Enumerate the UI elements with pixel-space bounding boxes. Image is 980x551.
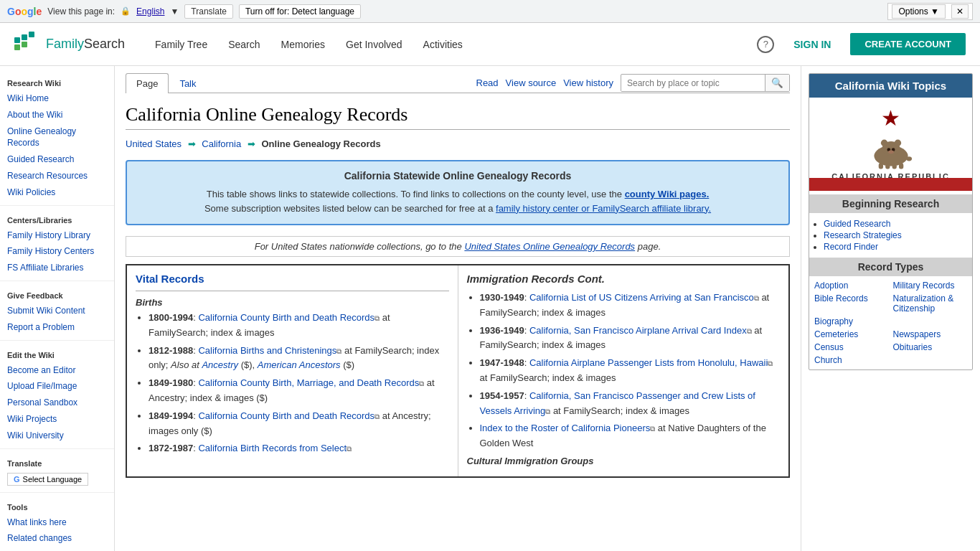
sidebar-family-history-centers[interactable]: Family History Centers (0, 243, 114, 260)
tab-view-source[interactable]: View source (506, 77, 557, 88)
tab-page[interactable]: Page (126, 73, 169, 93)
record-link[interactable]: California Birth Records from Select (198, 443, 352, 453)
select-language-button[interactable]: G Select Language (7, 473, 88, 486)
obituaries-link[interactable]: Obituaries (892, 342, 969, 353)
svg-rect-1 (22, 34, 27, 40)
sidebar-report-problem[interactable]: Report a Problem (0, 319, 114, 336)
logo-text: FamilySearch (46, 37, 125, 52)
wiki-search-button[interactable]: 🔍 (765, 75, 789, 91)
sign-in-button[interactable]: SIGN IN (785, 34, 839, 55)
church-link[interactable]: Church (813, 354, 890, 366)
adoption-link[interactable]: Adoption (813, 280, 890, 291)
nav-search[interactable]: Search (220, 34, 268, 55)
list-item: 1954-1957: California, San Francisco Pas… (480, 389, 781, 419)
record-link[interactable]: Index to the Roster of California Pionee… (480, 423, 656, 433)
breadcrumb-california[interactable]: California (202, 138, 241, 149)
record-link[interactable]: California Airplane Passenger Lists from… (529, 357, 773, 368)
tab-talk[interactable]: Talk (169, 73, 207, 93)
svg-point-11 (888, 151, 894, 154)
nav-activities[interactable]: Activities (415, 34, 471, 55)
close-translate-button[interactable]: ✕ (951, 4, 969, 19)
births-list: 1800-1994: California County Birth and D… (136, 311, 449, 456)
record-link[interactable]: California County Birth and Death Record… (198, 312, 380, 323)
sidebar-submit-wiki[interactable]: Submit Wiki Content (0, 303, 114, 319)
records-table: Vital Records Births 1800-1994: Californ… (126, 264, 790, 478)
tab-read[interactable]: Read (476, 77, 499, 88)
nav-family-tree[interactable]: Family Tree (146, 34, 216, 55)
nationwide-note: For United States nationwide collections… (126, 236, 790, 257)
military-records-link[interactable]: Military Records (892, 280, 969, 291)
header-right: ? SIGN IN CREATE ACCOUNT (757, 33, 966, 55)
us-link[interactable]: United States Online Genealogy Records (464, 241, 635, 252)
record-link[interactable]: California County Birth, Marriage, and D… (198, 377, 424, 388)
list-item: 1812-1988: California Births and Christe… (149, 344, 449, 374)
immigration-records-cell: Immigration Records Cont. 1930-1949: Cal… (458, 265, 789, 477)
list-item: 1849-1980: California County Birth, Marr… (149, 376, 449, 406)
ancestry-link[interactable]: Ancestry (202, 359, 238, 370)
nav-memories[interactable]: Memories (273, 34, 334, 55)
sidebar-related-changes[interactable]: Related changes (0, 530, 114, 547)
research-strategies-link[interactable]: Research Strategies (824, 230, 902, 240)
biography-link[interactable]: Biography (813, 316, 890, 327)
left-sidebar: Research Wiki Wiki Home About the Wiki O… (0, 66, 115, 551)
sidebar-research-resources[interactable]: Research Resources (0, 168, 114, 184)
tab-view-history[interactable]: View history (563, 77, 613, 88)
cemeteries-link[interactable]: Cemeteries (813, 329, 890, 340)
record-finder-link[interactable]: Record Finder (824, 242, 878, 252)
wiki-search-input[interactable] (621, 75, 765, 91)
sidebar-wiki-university[interactable]: Wiki University (0, 428, 114, 444)
births-subtitle: Births (136, 297, 449, 308)
create-account-button[interactable]: CREATE ACCOUNT (850, 33, 966, 55)
sidebar-divider-5 (0, 492, 114, 493)
flag-content: ★ (809, 98, 972, 191)
flag-star: ★ (881, 108, 900, 129)
sidebar-become-editor[interactable]: Become an Editor (0, 362, 114, 379)
sidebar-personal-sandbox[interactable]: Personal Sandbox (0, 395, 114, 411)
american-ancestors-link[interactable]: American Ancestors (258, 359, 341, 370)
view-page-text: View this page in: (47, 6, 115, 17)
svg-rect-14 (892, 164, 896, 169)
sidebar-wiki-policies[interactable]: Wiki Policies (0, 184, 114, 201)
edit-wiki-title: Edit the Wiki (0, 345, 114, 362)
year-range: 1812-1988 (149, 345, 193, 356)
nav-get-involved[interactable]: Get Involved (337, 34, 411, 55)
county-link-text: county Wiki pages. (625, 189, 710, 199)
svg-rect-3 (14, 44, 20, 50)
select-language-label: Select Language (23, 475, 83, 484)
naturalization-link[interactable]: Naturalization & Citizenship (892, 293, 969, 314)
logo-link[interactable]: FamilySearch (14, 32, 125, 57)
bible-records-link[interactable]: Bible Records (813, 293, 890, 314)
sidebar-guided-research[interactable]: Guided Research (0, 151, 114, 168)
sidebar-family-history-library[interactable]: Family History Library (0, 227, 114, 244)
research-wiki-title: Research Wiki (0, 73, 114, 90)
tab-actions: Read View source View history 🔍 (476, 74, 791, 92)
language-link[interactable]: English (136, 6, 164, 17)
svg-rect-2 (29, 32, 34, 37)
record-link[interactable]: California County Birth and Death Record… (198, 410, 380, 421)
sidebar-fs-affiliate[interactable]: FS Affiliate Libraries (0, 260, 114, 276)
tools-title: Tools (0, 497, 114, 514)
sidebar-upload-file[interactable]: Upload File/Image (0, 378, 114, 395)
county-wiki-link[interactable]: county Wiki pages. (625, 189, 710, 199)
translate-bar: Google View this page in: 🔒 English▼ Tra… (0, 0, 980, 23)
options-button[interactable]: Options ▼ (892, 4, 946, 19)
newspapers-link[interactable]: Newspapers (892, 329, 969, 340)
record-link[interactable]: California, San Francisco Airplane Arriv… (529, 325, 752, 336)
record-link[interactable]: California Births and Christenings (198, 345, 341, 356)
breadcrumb-us[interactable]: United States (126, 138, 182, 149)
main-nav: Family Tree Search Memories Get Involved… (146, 34, 471, 55)
sidebar-online-records[interactable]: Online Genealogy Records (0, 123, 114, 152)
sidebar-what-links[interactable]: What links here (0, 514, 114, 531)
year-range: 1954-1957 (480, 390, 524, 401)
list-item: 1800-1994: California County Birth and D… (149, 311, 449, 341)
sidebar-wiki-projects[interactable]: Wiki Projects (0, 411, 114, 428)
library-link[interactable]: family history center or FamilySearch af… (496, 203, 711, 214)
detect-language-button[interactable]: Turn off for: Detect language (239, 4, 361, 19)
record-link[interactable]: California List of US Citizens Arriving … (529, 292, 759, 303)
sidebar-wiki-home[interactable]: Wiki Home (0, 90, 114, 107)
guided-research-link[interactable]: Guided Research (824, 219, 890, 229)
census-link[interactable]: Census (813, 342, 890, 353)
translate-button[interactable]: Translate (184, 4, 233, 19)
help-icon[interactable]: ? (757, 36, 774, 53)
sidebar-about[interactable]: About the Wiki (0, 107, 114, 123)
